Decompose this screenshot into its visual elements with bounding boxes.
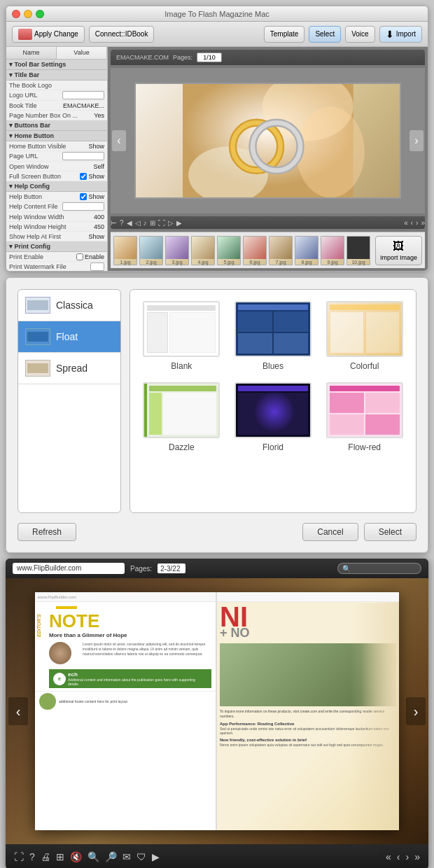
import-icon-symbol: 🖼	[393, 240, 404, 253]
thumb-img-8	[295, 237, 318, 259]
spread-thumb	[25, 360, 50, 377]
help-content-input[interactable]	[62, 202, 104, 211]
thumb-9[interactable]: 9.jpg	[321, 236, 344, 265]
green-box-text: ech Additional content and information a…	[68, 671, 207, 686]
thumb-2[interactable]: 2.jpg	[139, 236, 163, 265]
logo-url-input[interactable]	[62, 91, 104, 99]
dazzle-thumb	[143, 382, 220, 438]
fullscreen-button[interactable]: ⛶	[158, 219, 165, 227]
maximize-button[interactable]	[36, 10, 44, 18]
skip-first-button[interactable]: «	[404, 219, 408, 227]
thumb-4[interactable]: 4.jpg	[191, 236, 215, 265]
apply-change-button[interactable]: Apply Change	[12, 26, 85, 43]
flowred-thumb	[326, 382, 403, 438]
viewer-page-input[interactable]	[197, 52, 222, 62]
mag-bookmark-button[interactable]: 🛡	[136, 851, 146, 862]
thumb-img-7	[270, 237, 292, 259]
mag-share-button[interactable]: ✉	[122, 851, 131, 862]
mag-help-button[interactable]: ?	[29, 851, 35, 862]
thumb-label-9: 9.jpg	[327, 260, 337, 265]
mag-pages-input[interactable]	[158, 564, 186, 573]
print-enable-checkbox[interactable]	[76, 253, 83, 260]
thumb-3[interactable]: 3.jpg	[165, 236, 189, 265]
viewer-pages-label: Pages:	[173, 54, 192, 61]
template-blues[interactable]: Blues	[233, 301, 314, 371]
view-grid-button[interactable]: ⊞	[150, 219, 155, 227]
spread-item[interactable]: Spread	[18, 353, 120, 384]
mag-print-button[interactable]: 🖨	[41, 851, 50, 862]
title-bar: Image To Flash Magazine Mac	[6, 6, 428, 22]
select-button[interactable]: Select	[364, 523, 416, 541]
mag-crop-button[interactable]: ⛶	[14, 851, 24, 862]
import-image-button[interactable]: 🖼 Import Image	[375, 236, 422, 265]
minimize-button[interactable]	[24, 10, 32, 18]
close-button[interactable]	[12, 10, 20, 18]
thumbnail-strip: 1.jpg 2.jpg 3.jpg 4.jpg 5.jpg	[111, 232, 425, 268]
thumb-5[interactable]: 5.jpg	[217, 236, 241, 265]
thumb-1[interactable]: 1.jpg	[113, 236, 137, 265]
template-blank[interactable]: Blank	[141, 301, 222, 371]
mag-skip-last-button[interactable]: »	[414, 851, 420, 862]
select-tab[interactable]: Select	[309, 26, 341, 43]
mag-bottom-bar: ⛶ ? 🖨 ⊞ 🔇 🔍 🔎 ✉ 🛡 ▶ « ‹ › »	[6, 844, 428, 868]
viewer-nav-left-button[interactable]: ‹	[112, 130, 126, 151]
template-tab[interactable]: Template	[264, 26, 305, 43]
cancel-button[interactable]: Cancel	[302, 523, 358, 541]
classica-thumb	[25, 297, 50, 314]
next-page-button[interactable]: ▶	[176, 219, 182, 227]
mag-play-button[interactable]: ▶	[152, 851, 160, 862]
mag-next-button[interactable]: ›	[406, 697, 426, 725]
mag-sound-button[interactable]: 🔇	[70, 851, 82, 862]
thumb-8[interactable]: 8.jpg	[295, 236, 318, 265]
mag-prev-button[interactable]: ‹	[8, 697, 28, 725]
mag-skip-first-button[interactable]: «	[386, 851, 391, 862]
full-screen-row: Full Screen Button Show	[6, 172, 107, 181]
template-florid[interactable]: Florid	[233, 382, 314, 452]
print-enable-row: Print Enable Enable	[6, 252, 107, 262]
voice-tab[interactable]: Voice	[345, 26, 374, 43]
thumb-7[interactable]: 7.jpg	[269, 236, 293, 265]
name-tab[interactable]: Name	[6, 47, 57, 59]
skip-last-button[interactable]: »	[421, 219, 425, 227]
template-flowred[interactable]: Flow-red	[324, 382, 405, 452]
thumb-label-4: 4.jpg	[197, 260, 208, 265]
thumb-6[interactable]: 6.jpg	[243, 236, 267, 265]
classica-item[interactable]: Classica	[18, 290, 120, 321]
refresh-button[interactable]: Refresh	[18, 523, 76, 541]
mag-zoom-out-button[interactable]: 🔍	[88, 851, 99, 862]
go-next-button[interactable]: ›	[416, 219, 418, 227]
logo-url-row: Logo URL	[6, 90, 107, 101]
float-item[interactable]: Float	[18, 321, 120, 353]
connect-idbook-button[interactable]: Connect::IDBook	[89, 26, 155, 43]
mag-go-next-button[interactable]: ›	[406, 851, 410, 862]
rings-svg	[136, 84, 400, 197]
print-watermark-input[interactable]	[90, 262, 104, 271]
import-button[interactable]: ⬇ Import	[379, 26, 422, 43]
flowred-label: Flow-red	[348, 442, 381, 452]
template-colorful[interactable]: Colorful	[324, 301, 405, 371]
prev-btn2[interactable]: ◁	[135, 219, 141, 227]
thumb-img-6	[244, 237, 266, 259]
thumb-img-4	[192, 237, 214, 259]
viewer-nav-right-button[interactable]: ›	[410, 130, 424, 151]
show-help-first-row: Show Help At First Show	[6, 232, 107, 241]
mag-grid-button[interactable]: ⊞	[56, 851, 64, 862]
thumb-10[interactable]: 10.jpg	[346, 236, 370, 265]
mag-zoom-in-button[interactable]: 🔎	[105, 851, 117, 862]
next-btn1[interactable]: ▷	[168, 219, 174, 227]
template-dazzle[interactable]: Dazzle	[141, 382, 222, 452]
help-btn-checkbox[interactable]	[80, 193, 87, 200]
go-prev-button[interactable]: ‹	[411, 219, 413, 227]
first-page-button[interactable]: ⊢	[111, 219, 117, 227]
app-body: Name Value ▾ Tool Bar Settings ▾ Title B…	[6, 47, 428, 271]
help-icon-button[interactable]: ?	[120, 219, 124, 227]
thumb-img-9	[321, 237, 344, 259]
sound-toggle-button[interactable]: ♪	[144, 219, 147, 227]
full-screen-checkbox[interactable]	[80, 173, 87, 180]
prev-page-button[interactable]: ◀	[127, 219, 132, 227]
home-btn-visible-row: Home Button Visible Show	[6, 141, 107, 151]
value-tab[interactable]: Value	[57, 47, 107, 59]
mag-go-prev-button[interactable]: ‹	[397, 851, 400, 862]
thumb-label-7: 7.jpg	[275, 260, 286, 265]
page-url-input[interactable]	[62, 152, 104, 160]
